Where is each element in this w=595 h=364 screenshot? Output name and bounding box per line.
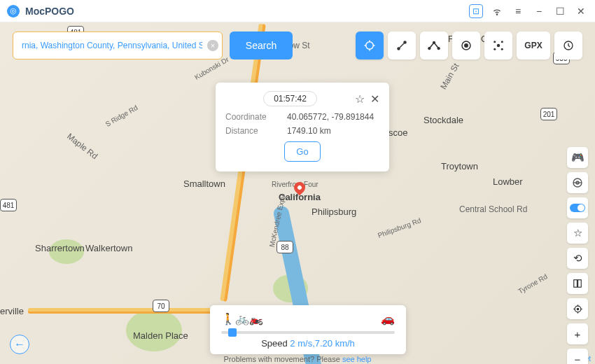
teleport-mode-button[interactable]	[356, 31, 384, 59]
history-button[interactable]	[554, 31, 582, 59]
motorcycle-mode-icon[interactable]: 🏍️	[249, 312, 263, 326]
zoom-out-button[interactable]: −	[567, 349, 588, 364]
favorite-icon[interactable]: ☆	[567, 223, 588, 244]
svg-rect-23	[574, 280, 578, 288]
help-text: Problems with movement? Please see help	[224, 355, 372, 363]
gpx-button[interactable]: GPX	[517, 31, 550, 59]
svg-point-17	[493, 48, 496, 50]
gamepad-icon[interactable]: 🎮	[567, 147, 588, 168]
map-label: erville	[0, 306, 24, 316]
map-label: Walkertown	[85, 243, 132, 253]
map-label: Maple Rd	[65, 132, 99, 162]
refresh-icon[interactable]: ⟲	[567, 248, 588, 269]
route-shield: 481	[0, 199, 17, 211]
eta-pill: 01:57:42	[263, 91, 317, 106]
map-label: Smalltown	[183, 178, 225, 189]
car-mode-icon[interactable]: 🚗	[381, 312, 395, 326]
svg-point-15	[493, 41, 496, 43]
clear-icon[interactable]: ×	[207, 40, 218, 51]
search-button[interactable]: Search	[230, 31, 293, 59]
zoom-in-button[interactable]: +	[567, 323, 588, 344]
circle-mode-button[interactable]	[452, 31, 480, 59]
locate-icon[interactable]	[567, 298, 588, 319]
svg-point-26	[577, 308, 579, 310]
coord-label: Coordinate	[225, 112, 274, 122]
dist-value: 1749.10 km	[287, 126, 331, 136]
bike-mode-icon[interactable]: 🚲	[235, 312, 249, 326]
location-info-card: 01:57:42 ☆ ✕ Coordinate40.065772, -79.89…	[216, 83, 389, 172]
multi-spot-mode-button[interactable]	[420, 31, 448, 59]
speed-value: 2 m/s,7.20 km/h	[290, 338, 354, 349]
route-shield: 201	[540, 108, 557, 120]
app-title: MocPOGO	[25, 6, 74, 17]
back-button[interactable]: ←	[10, 335, 29, 354]
svg-point-13	[465, 44, 468, 48]
jump-mode-button[interactable]	[484, 31, 512, 59]
pokeball-icon[interactable]	[567, 172, 588, 193]
walk-mode-icon[interactable]: 🚶	[221, 312, 235, 326]
top-toolbar: GPX	[356, 31, 582, 59]
go-button[interactable]: Go	[284, 141, 320, 162]
coord-value: 40.065772, -79.891844	[287, 112, 374, 122]
route-shield: 88	[276, 241, 293, 253]
two-spot-mode-button[interactable]	[388, 31, 416, 59]
map-style-icon[interactable]	[567, 273, 588, 294]
svg-point-14	[497, 44, 500, 48]
speed-panel: 🚶 🚲 🏍️ 🚗 Speed 2 m/s,7.20 km/h	[210, 305, 406, 354]
route-shield: 70	[153, 300, 169, 312]
help-link[interactable]: see help	[342, 355, 372, 363]
svg-point-1	[366, 42, 374, 50]
side-toolbar: 🎮 ☆ ⟲ + −	[567, 147, 588, 364]
svg-rect-24	[578, 280, 582, 288]
close-card-icon[interactable]: ✕	[370, 92, 379, 106]
search-input[interactable]	[13, 31, 223, 59]
svg-point-18	[501, 48, 503, 50]
search-row: × Search	[13, 31, 293, 59]
dist-label: Distance	[225, 126, 274, 136]
star-icon[interactable]: ☆	[355, 92, 365, 106]
toggle-switch[interactable]	[567, 197, 588, 218]
speed-slider[interactable]	[221, 331, 395, 334]
app-logo: ◎	[7, 5, 20, 18]
svg-point-16	[501, 41, 503, 43]
map-label: S Ridge Rd	[104, 104, 139, 128]
svg-line-8	[400, 43, 404, 48]
speed-label: Speed	[261, 338, 288, 349]
